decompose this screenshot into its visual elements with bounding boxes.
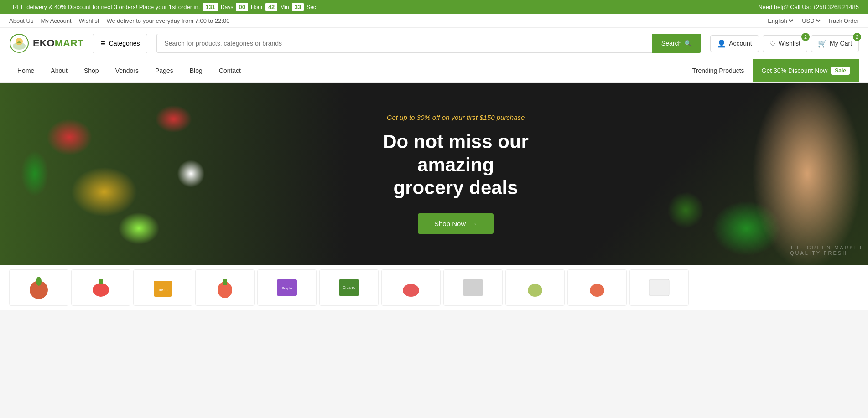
delivery-text: We deliver to your everyday from 7:00 to… [106, 17, 229, 24]
product-image-11 [645, 274, 673, 301]
sub-header-left: About Us My Account Wishlist We deliver … [9, 17, 229, 24]
main-header: EKOMART Categories Search Account 2 Wish… [0, 28, 868, 59]
product-card[interactable] [71, 269, 130, 306]
categories-label: Categories [109, 40, 140, 47]
categories-button[interactable]: Categories [93, 34, 147, 53]
product-image-6: Organic [335, 274, 363, 301]
nav-pages[interactable]: Pages [147, 60, 182, 82]
promo-text: FREE delivery & 40% Discount for next 3 … [9, 4, 200, 10]
hero-left-image [0, 83, 347, 265]
trending-label: Trending Products [692, 67, 744, 74]
svg-text:Purple: Purple [281, 286, 292, 290]
shop-now-button[interactable]: Shop Now [418, 213, 494, 234]
product-image-9 [521, 274, 549, 301]
top-banner: FREE delivery & 40% Discount for next 3 … [0, 0, 868, 14]
svg-text:Organic: Organic [343, 285, 355, 289]
wishlist-label: Wishlist [779, 40, 800, 47]
sale-promo-text: Get 30% Discount Now [762, 67, 828, 74]
logo: EKOMART [9, 33, 83, 53]
nav-contact[interactable]: Contact [211, 60, 249, 82]
vegetable-collage [0, 83, 347, 265]
help-text: Need help? Call Us: +258 3268 21485 [758, 4, 859, 10]
svg-point-4 [36, 277, 42, 286]
hours-label: Hour [251, 4, 263, 10]
currency-select[interactable]: USD EUR [800, 17, 822, 25]
product-image-7 [397, 274, 425, 301]
search-area: Search [156, 34, 701, 53]
svg-rect-6 [99, 279, 103, 284]
svg-rect-16 [463, 279, 483, 296]
product-image-10 [583, 274, 611, 301]
svg-rect-19 [649, 279, 669, 296]
product-image-5: Purple [273, 274, 301, 301]
hero-title-line2: grocery deals [393, 177, 518, 198]
product-card[interactable] [443, 269, 503, 306]
sub-header: About Us My Account Wishlist We deliver … [0, 14, 868, 28]
wishlist-button[interactable]: 2 Wishlist [763, 35, 807, 52]
search-input[interactable] [156, 34, 652, 53]
language-select[interactable]: English French [766, 17, 795, 25]
shop-now-label: Shop Now [434, 220, 466, 227]
hero-right-image: THE GREEN MARKET QUALITY FRESH [564, 83, 868, 265]
product-image-1 [25, 274, 52, 301]
hours-value: 00 [236, 3, 248, 11]
product-card[interactable] [195, 269, 255, 306]
account-label: Account [729, 40, 752, 47]
svg-point-15 [403, 284, 419, 297]
wishlist-link[interactable]: Wishlist [79, 17, 99, 24]
days-label: Days [221, 4, 233, 10]
cart-label: My Cart [830, 40, 852, 47]
product-card[interactable] [381, 269, 441, 306]
mins-value: 42 [265, 3, 277, 11]
search-label: Search [661, 40, 681, 47]
svg-point-18 [590, 284, 604, 297]
nav-vendors[interactable]: Vendors [107, 60, 147, 82]
svg-point-5 [93, 283, 109, 297]
product-card[interactable] [629, 269, 689, 306]
svg-point-17 [528, 284, 542, 297]
nav-home[interactable]: Home [9, 60, 42, 82]
secs-value: 33 [292, 3, 304, 11]
trending-products-button[interactable]: Trending Products [684, 60, 753, 82]
cart-icon [818, 39, 827, 48]
product-card[interactable]: Organic [319, 269, 379, 306]
arrow-icon [470, 220, 477, 227]
account-button[interactable]: Account [710, 35, 759, 52]
green-market-text: THE GREEN MARKET QUALITY FRESH [790, 245, 863, 256]
sale-badge: Sale [831, 67, 850, 75]
product-strip: Tosta Purple Organic [0, 265, 868, 310]
track-order-link[interactable]: Track Order [827, 17, 859, 24]
heart-icon [769, 39, 776, 48]
nav-about[interactable]: About [42, 60, 76, 82]
product-image-4 [211, 274, 239, 301]
about-us-link[interactable]: About Us [9, 17, 33, 24]
hero-center-content: Get up to 30% off on your first $150 pur… [347, 83, 564, 265]
nav-shop[interactable]: Shop [76, 60, 107, 82]
hero-subtitle: Get up to 30% off on your first $150 pur… [387, 114, 525, 121]
nav-blog[interactable]: Blog [182, 60, 211, 82]
wishlist-badge: 2 [801, 33, 810, 41]
product-image-8 [459, 274, 487, 301]
nav-links: Home About Shop Vendors Pages Blog Conta… [9, 60, 249, 82]
sale-promo-button[interactable]: Get 30% Discount Now Sale [753, 59, 859, 82]
menu-icon [100, 39, 105, 48]
promo-timer-section: FREE delivery & 40% Discount for next 3 … [9, 3, 316, 11]
hero-background: Get up to 30% off on your first $150 pur… [0, 83, 868, 265]
header-actions: Account 2 Wishlist 2 My Cart [710, 35, 859, 52]
sub-header-right: English French USD EUR Track Order [766, 17, 859, 25]
product-card[interactable] [567, 269, 627, 306]
product-image-3: Tosta [149, 274, 177, 301]
product-card[interactable] [9, 269, 68, 306]
cart-badge: 2 [853, 33, 861, 41]
logo-icon [9, 33, 29, 53]
secs-label: Sec [307, 4, 316, 10]
cart-button[interactable]: 2 My Cart [811, 35, 859, 52]
product-card[interactable]: Purple [257, 269, 317, 306]
product-card[interactable]: Tosta [133, 269, 192, 306]
logo-text: EKOMART [33, 37, 83, 49]
nav-bar: Home About Shop Vendors Pages Blog Conta… [0, 59, 868, 83]
search-button[interactable]: Search [652, 34, 701, 53]
my-account-link[interactable]: My Account [41, 17, 71, 24]
product-card[interactable] [505, 269, 565, 306]
woman-overlay [564, 83, 868, 265]
